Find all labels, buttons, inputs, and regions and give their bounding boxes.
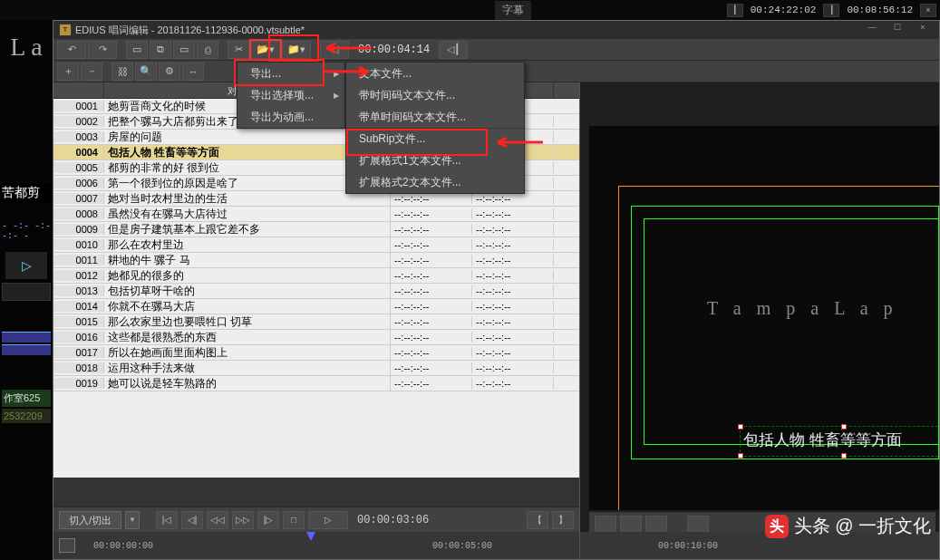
table-row[interactable]: 0016这些都是很熟悉的东西--:--:--:----:--:--:-- — [53, 330, 579, 345]
redo-button[interactable]: ↷ — [88, 41, 117, 59]
maximize-button[interactable]: ☐ — [887, 23, 908, 37]
row-tc-out[interactable]: --:--:--:-- — [472, 316, 554, 327]
row-tc-out[interactable]: --:--:--:-- — [472, 193, 554, 204]
submenu-item[interactable]: 扩展格式2文本文件... — [346, 171, 524, 193]
cut-mode-label[interactable]: 切入/切出 — [59, 511, 121, 529]
submenu-item[interactable]: 带单时间码文本文件... — [346, 106, 524, 128]
table-row[interactable]: 0014你就不在骡马大店--:--:--:----:--:--:-- — [53, 299, 579, 314]
row-tc-out[interactable]: --:--:--:-- — [472, 347, 554, 358]
row-tc-in[interactable]: --:--:--:-- — [391, 224, 472, 235]
row-text[interactable]: 她都见的很多的 — [104, 268, 391, 284]
snap-button[interactable] — [645, 516, 667, 534]
row-text[interactable]: 虽然没有在骡马大店待过 — [104, 207, 391, 222]
layout-button[interactable] — [687, 516, 709, 534]
table-row[interactable]: 0019她可以说是轻车熟路的--:--:--:----:--:--:-- — [53, 376, 579, 391]
timeline-ruler[interactable]: 00:00:00:00 00:00:05:00 — [53, 532, 579, 559]
step-fwd-button[interactable]: ▷▷ — [232, 511, 254, 529]
prev-frame-button[interactable]: ◁| — [181, 511, 203, 529]
close-button[interactable]: × — [912, 23, 934, 37]
cut-button[interactable]: ✂ — [228, 41, 249, 59]
minimize-button[interactable]: — — [861, 23, 883, 37]
row-tc-in[interactable]: --:--:--:-- — [391, 378, 472, 389]
play-button[interactable]: ▷ — [5, 252, 47, 279]
subtitle-text-object[interactable]: 包括人物 牲畜等等方面 — [743, 430, 939, 453]
mark-in-button[interactable]: 【 — [527, 511, 548, 529]
marker-a-icon[interactable]: ┃ — [727, 4, 743, 17]
step-back-button[interactable]: ◁◁ — [207, 511, 228, 529]
row-tc-out[interactable]: --:--:--:-- — [472, 239, 554, 250]
row-tc-out[interactable]: --:--:--:-- — [472, 270, 554, 281]
settings-button[interactable]: ⚙ — [159, 63, 180, 81]
paste-button[interactable]: ▭ — [173, 41, 195, 59]
row-text[interactable]: 但是房子建筑基本上跟它差不多 — [104, 222, 391, 237]
row-tc-in[interactable]: --:--:--:-- — [391, 208, 472, 219]
row-tc-out[interactable]: --:--:--:-- — [472, 332, 554, 343]
mark-out-button[interactable]: 】 — [552, 511, 574, 529]
copy-button[interactable]: ⧉ — [150, 41, 171, 59]
play-transport-button[interactable]: ▷ — [308, 511, 348, 529]
menu-item[interactable]: 导出选择项... — [237, 84, 344, 106]
row-text[interactable]: 包括切草呀干啥的 — [104, 284, 391, 299]
table-row[interactable]: 0015那么农家里边也要喂牲口 切草--:--:--:----:--:--:-- — [53, 314, 579, 330]
table-row[interactable]: 0009但是房子建筑基本上跟它差不多--:--:--:----:--:--:-- — [53, 222, 579, 237]
submenu-item[interactable]: 带时间码文本文件... — [346, 84, 524, 106]
export-submenu[interactable]: 文本文件...带时间码文本文件...带单时间码文本文件...SubRip文件..… — [345, 62, 525, 194]
table-row[interactable]: 0013包括切草呀干啥的--:--:--:----:--:--:-- — [53, 284, 579, 299]
undo-button[interactable]: ↶ — [57, 41, 86, 59]
row-text[interactable]: 耕地的牛 骡子 马 — [104, 253, 391, 268]
row-tc-in[interactable]: --:--:--:-- — [391, 347, 472, 358]
row-tc-out[interactable]: --:--:--:-- — [472, 285, 554, 296]
row-tc-out[interactable]: --:--:--:-- — [472, 208, 554, 219]
next-frame-button[interactable]: |▷ — [257, 511, 279, 529]
timeline-toggle[interactable] — [59, 538, 75, 553]
close-icon[interactable]: × — [920, 4, 936, 17]
row-tc-in[interactable]: --:--:--:-- — [391, 332, 472, 343]
cut-mode-dropdown[interactable]: ▼ — [125, 511, 140, 529]
goto-start-button[interactable]: |◁ — [156, 511, 178, 529]
playhead-marker[interactable] — [306, 532, 315, 541]
window-titlebar[interactable]: T EDIUS 唱词编辑 - 20181126-112936-0000.vtsu… — [53, 21, 939, 39]
tool-button-2[interactable]: ◁┃ — [439, 41, 468, 59]
table-row[interactable]: 0010那么在农村里边--:--:--:----:--:--:-- — [53, 237, 579, 253]
table-row[interactable]: 0017所以在她画面里面构图上--:--:--:----:--:--:-- — [53, 345, 579, 361]
tool-button-3[interactable]: ↔ — [182, 63, 204, 81]
row-text[interactable]: 那么在农村里边 — [104, 237, 391, 253]
row-tc-in[interactable]: --:--:--:-- — [391, 362, 472, 373]
save-button[interactable]: ⎙ — [197, 41, 218, 59]
row-text[interactable]: 运用这种手法来做 — [104, 361, 391, 376]
row-tc-in[interactable]: --:--:--:-- — [391, 255, 472, 266]
search-button[interactable]: 🔍 — [135, 63, 157, 81]
add-button[interactable]: ＋ — [57, 63, 79, 81]
table-row[interactable]: 0011耕地的牛 骡子 马--:--:--:----:--:--:-- — [53, 253, 579, 268]
table-row[interactable]: 0008虽然没有在骡马大店待过--:--:--:----:--:--:-- — [53, 207, 579, 222]
selection-handles[interactable] — [740, 426, 939, 457]
row-text[interactable]: 这些都是很熟悉的东西 — [104, 330, 391, 345]
row-tc-out[interactable]: --:--:--:-- — [472, 301, 554, 312]
row-text[interactable]: 她可以说是轻车熟路的 — [104, 376, 391, 391]
row-text[interactable]: 所以在她画面里面构图上 — [104, 345, 391, 361]
left-tool-button[interactable] — [2, 283, 51, 301]
row-tc-out[interactable]: --:--:--:-- — [472, 255, 554, 266]
link-button[interactable]: ⛓ — [111, 63, 133, 81]
row-tc-in[interactable]: --:--:--:-- — [391, 193, 472, 204]
stop-button[interactable]: □ — [283, 511, 305, 529]
marker-b-icon[interactable]: ┃ — [823, 4, 839, 17]
menu-item[interactable]: 导出为动画... — [237, 106, 344, 128]
row-tc-out[interactable]: --:--:--:-- — [472, 362, 554, 373]
table-row[interactable]: 0018运用这种手法来做--:--:--:----:--:--:-- — [53, 361, 579, 376]
row-text[interactable]: 那么农家里边也要喂牲口 切草 — [104, 314, 391, 330]
grid-button[interactable] — [595, 516, 616, 534]
row-tc-in[interactable]: --:--:--:-- — [391, 239, 472, 250]
new-button[interactable]: ▭ — [126, 41, 148, 59]
row-tc-in[interactable]: --:--:--:-- — [391, 316, 472, 327]
row-text[interactable]: 你就不在骡马大店 — [104, 299, 391, 314]
row-tc-in[interactable]: --:--:--:-- — [391, 285, 472, 296]
row-tc-in[interactable]: --:--:--:-- — [391, 270, 472, 281]
table-row[interactable]: 0012她都见的很多的--:--:--:----:--:--:-- — [53, 268, 579, 284]
safe-area-button[interactable] — [620, 516, 642, 534]
row-tc-out[interactable]: --:--:--:-- — [472, 224, 554, 235]
row-tc-out[interactable]: --:--:--:-- — [472, 378, 554, 389]
row-tc-in[interactable]: --:--:--:-- — [391, 301, 472, 312]
remove-button[interactable]: － — [81, 63, 102, 81]
preview-canvas[interactable]: T a m p a L a p 包括人物 牲畜等等方面 — [589, 126, 939, 510]
